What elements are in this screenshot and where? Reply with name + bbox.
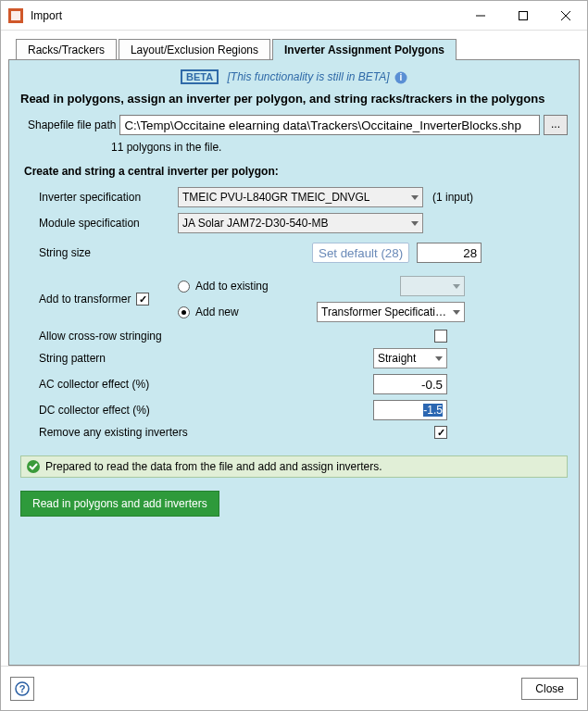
main-heading: Read in polygons, assign an inverter per… xyxy=(20,92,568,106)
add-to-transformer-label: Add to transformer xyxy=(39,293,131,306)
inverter-spec-dropdown[interactable]: TMEIC PVU-L840GR TMEIC_DNVGL xyxy=(178,187,423,207)
info-icon[interactable]: i xyxy=(394,71,407,84)
existing-transformer-dropdown[interactable] xyxy=(400,276,465,296)
add-new-label: Add new xyxy=(195,306,239,318)
shapefile-row: Shapefile file path ... xyxy=(20,115,568,135)
remove-existing-checkbox[interactable]: ✓ xyxy=(434,426,447,439)
svg-text:i: i xyxy=(400,72,403,82)
transformer-row: Add to transformer ✓ Add to existing xyxy=(20,276,568,322)
cross-row-stringing-row: Allow cross-row stringing xyxy=(20,330,568,343)
inverter-inputs-hint: (1 input) xyxy=(432,191,473,204)
section-heading: Create and string a central inverter per… xyxy=(24,165,568,178)
add-to-existing-radio[interactable]: Add to existing xyxy=(178,280,269,293)
tab-layout-exclusion[interactable]: Layout/Exclusion Regions xyxy=(119,39,270,60)
inverter-assignment-panel: BETA [This functionality is still in BET… xyxy=(8,59,580,666)
module-spec-row: Module specification JA Solar JAM72-D30-… xyxy=(20,213,568,233)
chevron-down-icon xyxy=(411,221,419,226)
window-controls xyxy=(459,1,587,31)
remove-existing-row: Remove any existing inverters ✓ xyxy=(20,426,568,439)
ac-collector-label: AC collector effect (%) xyxy=(20,378,178,391)
radio-checked-icon xyxy=(178,306,190,318)
string-size-row: String size Set default (28) xyxy=(20,243,568,263)
add-to-transformer-checkbox[interactable]: ✓ xyxy=(136,293,149,306)
add-to-existing-label: Add to existing xyxy=(195,280,269,293)
dialog-footer: ? Close xyxy=(1,666,587,710)
string-pattern-dropdown[interactable]: Straight xyxy=(373,348,447,368)
inverter-spec-value: TMEIC PVU-L840GR TMEIC_DNVGL xyxy=(182,191,407,204)
close-button[interactable]: Close xyxy=(521,678,578,700)
module-spec-label: Module specification xyxy=(20,217,178,230)
svg-text:?: ? xyxy=(19,683,26,694)
success-icon xyxy=(27,460,40,473)
inverter-spec-label: Inverter specification xyxy=(20,191,178,204)
new-transformer-value: Transformer Specification 1 xyxy=(321,306,449,318)
polygon-count-text: 11 polygons in the file. xyxy=(20,141,568,154)
titlebar: Import xyxy=(1,1,587,31)
string-pattern-row: String pattern Straight xyxy=(20,348,568,368)
client-area: Racks/Trackers Layout/Exclusion Regions … xyxy=(1,31,587,666)
app-icon xyxy=(8,8,23,23)
tab-strip: Racks/Trackers Layout/Exclusion Regions … xyxy=(16,38,580,59)
add-to-transformer-group: Add to transformer ✓ xyxy=(20,293,178,306)
radio-icon xyxy=(178,281,190,293)
beta-row: BETA [This functionality is still in BET… xyxy=(20,69,568,84)
module-spec-dropdown[interactable]: JA Solar JAM72-D30-540-MB xyxy=(178,213,423,233)
add-new-radio[interactable]: Add new xyxy=(178,306,239,318)
status-bar: Prepared to read the data from the file … xyxy=(20,455,568,478)
string-pattern-value: Straight xyxy=(378,352,432,365)
window-title: Import xyxy=(31,9,459,22)
svg-rect-0 xyxy=(11,11,20,20)
minimize-button[interactable] xyxy=(459,1,502,31)
browse-button[interactable]: ... xyxy=(544,115,568,135)
chevron-down-icon xyxy=(411,195,419,200)
set-default-string-size-button[interactable]: Set default (28) xyxy=(312,243,409,263)
module-spec-value: JA Solar JAM72-D30-540-MB xyxy=(182,217,407,230)
ac-collector-row: AC collector effect (%) xyxy=(20,374,568,394)
close-window-button[interactable] xyxy=(544,1,587,31)
read-in-polygons-button[interactable]: Read in polygons and add inverters xyxy=(20,491,219,517)
chevron-down-icon xyxy=(453,284,460,289)
string-size-label: String size xyxy=(20,246,178,259)
ac-collector-input[interactable] xyxy=(373,374,447,394)
remove-existing-label: Remove any existing inverters xyxy=(20,426,224,439)
cross-row-label: Allow cross-row stringing xyxy=(20,330,178,343)
string-size-input[interactable] xyxy=(417,243,482,263)
inverter-spec-row: Inverter specification TMEIC PVU-L840GR … xyxy=(20,187,568,207)
new-transformer-dropdown[interactable]: Transformer Specification 1 xyxy=(317,302,465,322)
dc-collector-row: DC collector effect (%) -1.5 xyxy=(20,400,568,420)
shapefile-path-input[interactable] xyxy=(119,115,540,135)
tab-inverter-assignment[interactable]: Inverter Assignment Polygons xyxy=(272,39,457,60)
svg-rect-2 xyxy=(519,11,528,19)
maximize-button[interactable] xyxy=(502,1,544,31)
beta-text: [This functionality is still in BETA] xyxy=(227,70,389,83)
import-dialog: Import Racks/Trackers Layout/Exclusion R… xyxy=(0,0,588,711)
cross-row-checkbox[interactable] xyxy=(434,330,447,343)
help-button[interactable]: ? xyxy=(10,677,34,701)
dc-collector-input[interactable]: -1.5 xyxy=(373,400,447,420)
chevron-down-icon xyxy=(453,310,460,315)
tab-racks-trackers[interactable]: Racks/Trackers xyxy=(16,39,117,60)
dc-collector-value: -1.5 xyxy=(423,404,443,417)
chevron-down-icon xyxy=(435,356,443,361)
shapefile-label: Shapefile file path xyxy=(20,118,116,131)
beta-badge: BETA xyxy=(181,69,219,84)
string-pattern-label: String pattern xyxy=(20,352,178,365)
status-text: Prepared to read the data from the file … xyxy=(45,460,382,473)
dc-collector-label: DC collector effect (%) xyxy=(20,404,178,417)
